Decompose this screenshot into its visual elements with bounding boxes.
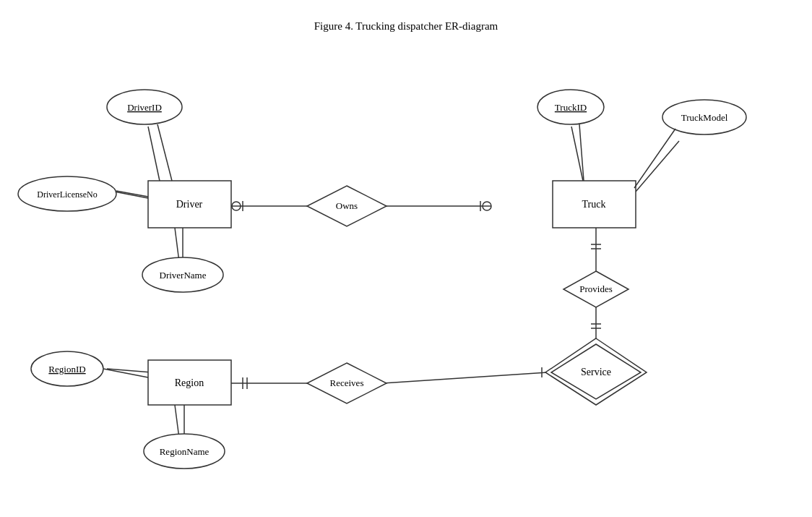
attr-regionid-label: RegionID [48, 364, 85, 375]
entity-truck-label: Truck [582, 199, 606, 210]
attr-driverlicenseno-label: DriverLicenseNo [37, 189, 97, 200]
attr-driverid-label: DriverID [127, 102, 162, 113]
rel-provides-label: Provides [579, 283, 613, 294]
diagram-container: Figure 4. Trucking dispatcher ER-diagram [0, 0, 812, 517]
svg-line-2 [175, 228, 179, 262]
svg-line-22 [383, 372, 548, 383]
rel-receives-label: Receives [330, 377, 364, 388]
svg-line-24 [157, 124, 172, 181]
svg-line-6 [175, 405, 179, 438]
entity-region-label: Region [175, 377, 204, 388]
attr-truckid-label: TruckID [555, 102, 587, 113]
svg-line-25 [116, 191, 148, 197]
entity-service-label: Service [581, 367, 611, 377]
svg-line-28 [634, 129, 675, 188]
rel-owns-label: Owns [336, 200, 358, 211]
er-diagram: Driver Truck Region Service Owns Provide… [0, 0, 812, 517]
svg-line-4 [636, 141, 679, 192]
attr-regionname-label: RegionName [160, 446, 210, 457]
attr-drivername-label: DriverName [160, 270, 207, 281]
entity-driver-label: Driver [176, 199, 203, 210]
attr-truckmodel-label: TruckModel [681, 112, 728, 123]
svg-line-0 [148, 127, 160, 184]
